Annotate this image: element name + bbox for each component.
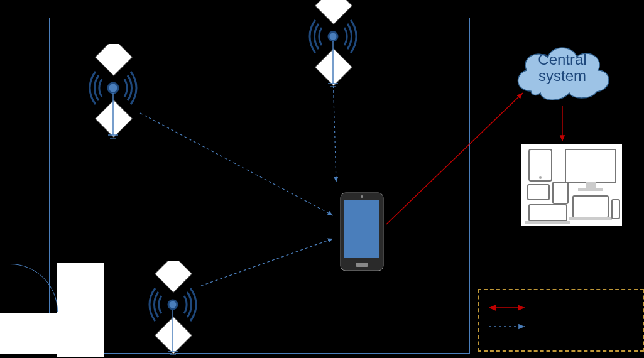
- svg-rect-0: [95, 44, 132, 76]
- svg-rect-32: [569, 217, 612, 220]
- beacon-top-mid: [302, 0, 364, 93]
- diagram-stage: Central system: [0, 0, 644, 358]
- svg-rect-24: [578, 188, 603, 191]
- svg-rect-22: [565, 149, 616, 182]
- svg-rect-23: [586, 182, 596, 188]
- svg-point-6: [329, 32, 337, 41]
- beacon-top-left: [82, 44, 145, 144]
- svg-point-26: [539, 176, 542, 179]
- svg-rect-19: [356, 263, 368, 267]
- device-group-icon: [521, 144, 622, 226]
- svg-rect-13: [155, 317, 192, 354]
- svg-point-12: [168, 300, 177, 309]
- svg-rect-31: [573, 196, 608, 217]
- svg-rect-27: [528, 185, 549, 200]
- svg-rect-29: [529, 205, 567, 221]
- legend-box: [478, 289, 644, 352]
- smartphone-icon: [339, 192, 385, 272]
- svg-rect-28: [553, 182, 568, 203]
- svg-rect-18: [344, 200, 379, 258]
- beacon-bottom: [141, 261, 204, 358]
- svg-rect-5: [315, 0, 352, 24]
- svg-rect-33: [612, 200, 619, 219]
- wall-block: [0, 313, 58, 354]
- svg-rect-1: [95, 100, 132, 137]
- svg-rect-7: [315, 48, 352, 85]
- svg-rect-11: [155, 261, 192, 293]
- svg-rect-30: [525, 221, 570, 224]
- cloud-label: Central system: [518, 52, 606, 85]
- svg-rect-25: [529, 149, 552, 181]
- door-block: [57, 263, 104, 357]
- svg-point-20: [361, 195, 363, 198]
